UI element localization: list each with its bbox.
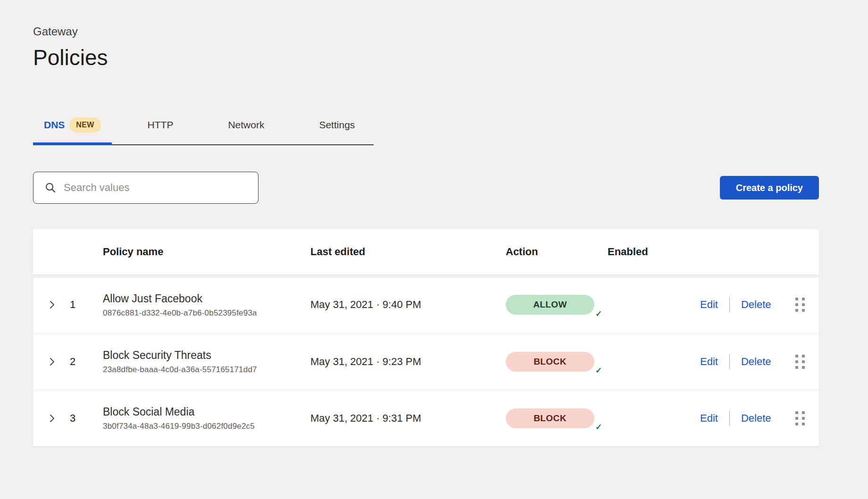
tab-dns-label: DNS — [44, 119, 65, 131]
delete-link[interactable]: Delete — [741, 356, 771, 368]
expand-row-button[interactable] — [48, 414, 70, 423]
chevron-right-icon — [48, 357, 56, 366]
header-policy-name: Policy name — [103, 246, 310, 258]
drag-handle-icon[interactable] — [795, 411, 805, 425]
policy-id: 0876c881-d332-4e0b-a7b6-0b52395fe93a — [103, 308, 310, 318]
row-number: 1 — [70, 299, 103, 311]
toolbar: Create a policy — [33, 172, 819, 204]
create-policy-button[interactable]: Create a policy — [720, 176, 819, 200]
last-edited: May 31, 2021 · 9:23 PM — [310, 356, 506, 368]
tab-http[interactable]: HTTP — [129, 117, 192, 144]
tab-network-label: Network — [228, 119, 264, 131]
table-row: 1 Allow Just Facebook 0876c881-d332-4e0b… — [33, 276, 819, 333]
check-icon: ✓ — [592, 420, 606, 434]
expand-row-button[interactable] — [48, 357, 70, 366]
action-badge: BLOCK — [506, 408, 594, 428]
search-box[interactable] — [33, 172, 259, 204]
table-row: 3 Block Social Media 3b0f734a-48a3-4619-… — [33, 390, 819, 446]
last-edited: May 31, 2021 · 9:40 PM — [310, 299, 506, 311]
row-number: 2 — [70, 356, 103, 368]
tab-bar: DNS NEW HTTP Network Settings — [33, 117, 819, 145]
last-edited: May 31, 2021 · 9:31 PM — [310, 412, 506, 424]
row-actions: Edit Delete — [700, 411, 793, 426]
new-badge: NEW — [69, 117, 100, 133]
tab-network[interactable]: Network — [209, 117, 283, 144]
drag-handle-icon[interactable] — [795, 298, 805, 312]
policy-id: 3b0f734a-48a3-4619-99b3-d062f0d9e2c5 — [103, 422, 310, 431]
action-badge: BLOCK — [506, 352, 594, 372]
breadcrumb: Gateway — [33, 25, 819, 39]
edit-link[interactable]: Edit — [700, 299, 718, 311]
chevron-right-icon — [48, 414, 56, 423]
action-badge: ALLOW — [506, 295, 594, 315]
drag-handle-icon[interactable] — [795, 355, 805, 369]
link-divider — [729, 411, 730, 426]
row-number: 3 — [70, 412, 103, 424]
row-actions: Edit Delete — [700, 354, 793, 369]
edit-link[interactable]: Edit — [700, 356, 718, 368]
policy-name: Block Social Media — [103, 405, 310, 418]
edit-link[interactable]: Edit — [700, 412, 718, 424]
row-actions: Edit Delete — [700, 297, 793, 312]
policy-name-cell: Block Security Threats 23a8dfbe-baaa-4c0… — [103, 349, 310, 374]
chevron-right-icon — [48, 300, 56, 309]
header-enabled: Enabled — [608, 246, 700, 258]
delete-link[interactable]: Delete — [741, 299, 771, 311]
policies-table: Policy name Last edited Action Enabled 1 — [33, 229, 819, 446]
table-row: 2 Block Security Threats 23a8dfbe-baaa-4… — [33, 333, 819, 390]
policy-name: Allow Just Facebook — [103, 292, 310, 305]
tab-dns[interactable]: DNS NEW — [33, 117, 112, 144]
link-divider — [729, 354, 730, 369]
policy-name-cell: Allow Just Facebook 0876c881-d332-4e0b-a… — [103, 292, 310, 318]
check-icon: ✓ — [592, 307, 606, 321]
header-action: Action — [506, 246, 608, 258]
policy-id: 23a8dfbe-baaa-4c0d-a36a-557165171dd7 — [103, 365, 310, 374]
tab-settings[interactable]: Settings — [300, 117, 374, 144]
check-icon: ✓ — [592, 364, 606, 378]
header-last-edited: Last edited — [310, 246, 506, 258]
policy-name: Block Security Threats — [103, 349, 310, 362]
page-title: Policies — [33, 45, 819, 70]
search-icon — [45, 182, 56, 193]
page-content: Gateway Policies DNS NEW HTTP Network Se… — [0, 0, 868, 446]
table-header-row: Policy name Last edited Action Enabled — [33, 229, 819, 274]
tab-http-label: HTTP — [148, 119, 174, 131]
tab-settings-label: Settings — [319, 119, 355, 131]
link-divider — [729, 297, 730, 312]
table-body: 1 Allow Just Facebook 0876c881-d332-4e0b… — [33, 276, 819, 446]
policy-name-cell: Block Social Media 3b0f734a-48a3-4619-99… — [103, 405, 310, 431]
expand-row-button[interactable] — [48, 300, 70, 309]
delete-link[interactable]: Delete — [741, 412, 771, 424]
search-input[interactable] — [63, 181, 249, 194]
